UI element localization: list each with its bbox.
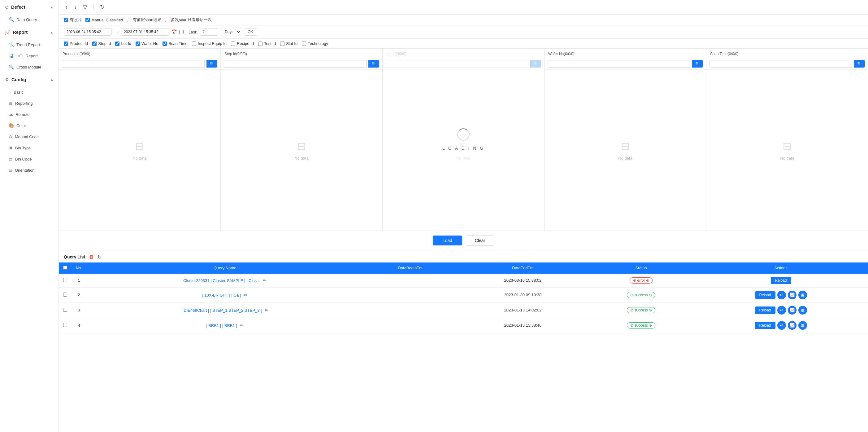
query-list-header: Query List 🗑 ↻ — [59, 251, 868, 262]
sidebar: ⊙ Defect ▲ 🔍 Data Query 📈 Report ▲ 📉 Tre… — [0, 0, 59, 432]
sidebar-report[interactable]: 📈 Report ▲ — [0, 25, 59, 39]
download-button[interactable]: ↓ — [73, 3, 78, 11]
col-inspect-equip-id[interactable]: Inspect Equip Id — [192, 41, 226, 46]
step-id-search-btn[interactable]: 🔍 — [368, 60, 379, 67]
table-button[interactable]: ▦ — [798, 321, 807, 330]
lot-id-panel: Lot Id(0/0/0) 🔍 ⊟ No data L O A D I N G — [382, 49, 545, 231]
sidebar-item-remote[interactable]: ☁ Remote — [0, 109, 59, 120]
filter-button[interactable]: ▽ — [82, 3, 89, 11]
export-button[interactable]: ↩ — [777, 291, 786, 299]
sidebar-item-bin-code[interactable]: ▤ Bin Code — [0, 153, 59, 165]
col-recipe-id[interactable]: Recipe Id — [231, 41, 254, 46]
product-id-input[interactable] — [62, 60, 205, 67]
no-data-icon: ⊟ — [782, 140, 792, 153]
ok-button[interactable]: OK — [244, 28, 257, 36]
refresh-button[interactable]: ↻ — [99, 3, 106, 11]
row-data-begin — [363, 273, 457, 288]
reload-button[interactable]: Reload — [755, 291, 775, 299]
has-photo-checkbox[interactable]: 有照片 — [64, 17, 82, 23]
sidebar-defect-label: Defect — [11, 4, 25, 9]
wafer-no-search-btn[interactable]: 🔍 — [692, 60, 703, 67]
actions-cell: Reload ↩ 📈 ▦ — [698, 291, 864, 299]
step-id-input[interactable] — [224, 60, 367, 67]
sidebar-item-reporting[interactable]: ▦ Reporting — [0, 97, 59, 109]
sidebar-item-color[interactable]: 🎨 Color — [0, 120, 59, 131]
sidebar-item-orientation[interactable]: ⊟ Orientation — [0, 165, 59, 176]
product-id-search: 🔍 — [59, 58, 220, 70]
sidebar-item-manual-code[interactable]: ⊙ Manual Code — [0, 131, 59, 142]
manual-classified-checkbox[interactable]: Manual Classified — [86, 18, 123, 22]
manual-classified-input[interactable] — [86, 18, 90, 22]
toolbar-divider — [93, 4, 94, 10]
edit-icon[interactable]: ✏ — [263, 278, 267, 283]
date-end-input[interactable] — [121, 28, 169, 36]
table-button[interactable]: ▦ — [798, 291, 807, 299]
last-scan-checkbox[interactable]: 多次scan只看最后一次 — [165, 17, 211, 23]
query-table: No. Query Name DataBeginTm DataEndTm Sta… — [59, 262, 868, 333]
last-scan-input[interactable] — [165, 18, 169, 22]
sidebar-item-trend-report[interactable]: 📉 Trend Report — [0, 39, 59, 50]
chart-button[interactable]: 📈 — [788, 321, 797, 330]
export-button[interactable]: ↩ — [777, 321, 786, 330]
edit-icon[interactable]: ✏ — [240, 323, 244, 328]
calendar-icon[interactable]: 📅 — [172, 29, 177, 34]
upload-button[interactable]: ↑ — [64, 3, 69, 11]
sidebar-item-hol-report[interactable]: 📊 HOL Report — [0, 50, 59, 61]
row-checkbox[interactable] — [63, 292, 67, 296]
table-row: 4 | BRB1 | | BRB1 | ✏ 2023-01-13 13:38:4… — [59, 318, 868, 333]
sidebar-defect[interactable]: ⊙ Defect ▲ — [0, 0, 59, 14]
table-button[interactable]: ▦ — [798, 306, 807, 315]
row-checkbox[interactable] — [63, 323, 67, 327]
product-id-search-btn[interactable]: 🔍 — [207, 60, 217, 67]
date-start-input[interactable] — [64, 28, 112, 36]
front-layer-input[interactable] — [127, 18, 131, 22]
step-id-body: ⊟ No data — [221, 70, 382, 231]
query-name-link[interactable]: | 10X-BRIGHT | | Ga | — [202, 293, 241, 297]
col-scan-time[interactable]: Scan Time — [162, 41, 187, 46]
row-data-end: 2023-01-13 13:38:46 — [457, 318, 588, 333]
chart-button[interactable]: 📈 — [788, 306, 797, 315]
col-wafer-no[interactable]: Wafer No — [135, 41, 158, 46]
clear-button[interactable]: Clear — [466, 235, 494, 246]
sidebar-item-data-query[interactable]: 🔍 Data Query — [0, 14, 59, 25]
row-data-end: 2023-01-30 09:19:38 — [457, 287, 588, 303]
front-layer-checkbox[interactable]: 有前层scan结果 — [127, 17, 161, 23]
col-slot-id[interactable]: Slot Id — [280, 41, 298, 46]
wafer-no-input[interactable] — [548, 60, 690, 67]
product-id-body: ⊟ No data — [59, 70, 220, 231]
sidebar-item-basic[interactable]: + Basic — [0, 86, 59, 97]
col-lot-id[interactable]: Lot Id — [115, 41, 131, 46]
scan-time-input[interactable] — [710, 60, 852, 67]
last-checkbox[interactable] — [179, 30, 184, 34]
reload-button[interactable]: Reload — [755, 322, 775, 329]
reload-button[interactable]: Reload — [771, 277, 791, 284]
days-select[interactable]: Days — [221, 28, 241, 36]
query-name-link[interactable]: | BRB1 | | BRB1 | — [206, 323, 237, 328]
row-actions: Reload ↩ 📈 ▦ — [694, 318, 868, 333]
load-button[interactable]: Load — [433, 235, 462, 246]
last-value-input[interactable] — [200, 28, 218, 36]
col-technology[interactable]: Technology — [302, 41, 328, 46]
sidebar-item-cross-module[interactable]: 🔍 Cross Module — [0, 61, 59, 73]
row-checkbox[interactable] — [63, 278, 67, 282]
sidebar-config[interactable]: ⚙ Config ▲ — [0, 73, 59, 86]
select-all-checkbox[interactable] — [63, 266, 67, 269]
col-test-id[interactable]: Test Id — [258, 41, 276, 46]
row-checkbox[interactable] — [63, 308, 67, 312]
edit-icon[interactable]: ✏ — [265, 308, 269, 313]
refresh-list-icon[interactable]: ↻ — [97, 254, 101, 260]
step-id-panel: Step Id(0/0/0) 🔍 ⊟ No data — [221, 49, 382, 231]
col-step-id[interactable]: Step Id — [92, 41, 111, 46]
export-button[interactable]: ↩ — [777, 306, 786, 315]
reload-button[interactable]: Reload — [755, 307, 775, 314]
scan-time-title: Scan Time(0/0/0) — [710, 52, 738, 56]
has-photo-input[interactable] — [64, 18, 68, 22]
delete-icon[interactable]: 🗑 — [89, 254, 94, 260]
sidebar-item-bin-type[interactable]: ▣ Bin Type — [0, 142, 59, 153]
chart-button[interactable]: 📈 — [788, 291, 797, 299]
col-product-id[interactable]: Product Id — [64, 41, 88, 46]
query-name-link[interactable]: | DIE469Chart | | STEP_1,STEP_2,STEP_3 | — [181, 308, 261, 313]
edit-icon[interactable]: ✏ — [244, 292, 248, 297]
scan-time-search-btn[interactable]: 🔍 — [854, 60, 865, 67]
query-name-link[interactable]: Cluster220331 | Cluster-SAMPLE | | Clus.… — [183, 278, 260, 283]
